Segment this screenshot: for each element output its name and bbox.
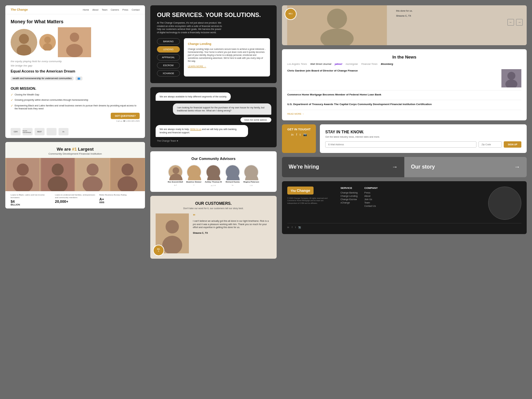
- news-text-2: Commerce Home Mortgage Becomes Member of…: [287, 93, 521, 97]
- footer-link-press[interactable]: Press: [364, 192, 378, 194]
- mock-nav: The Change Home About Team Careers Press…: [5, 5, 145, 14]
- customer-content: NO.1 " I can't believe we actually got t…: [156, 213, 271, 253]
- chat-signature: The Change Team ♥: [156, 140, 178, 142]
- largest-section: We are #1 Largest Community Development …: [5, 142, 145, 208]
- svg-point-14: [87, 164, 99, 176]
- sign-up-button[interactable]: SIGN UP: [504, 141, 521, 148]
- footer-logo-area: The Change © 2022 Change Company. All ri…: [287, 187, 334, 220]
- badge-best: BEST: [35, 128, 45, 135]
- svg-point-0: [19, 34, 29, 44]
- customer-medal: NO.1: [153, 245, 164, 256]
- footer-link-contact[interactable]: Contact Us: [364, 205, 378, 207]
- largest-title: We are #1 Largest: [11, 147, 140, 152]
- middle-column: OUR SERVICES. YOUR SOLUTIONS. At The Cha…: [150, 5, 277, 259]
- got-questions-button[interactable]: GOT QUESTIONS?: [111, 113, 140, 119]
- main-container: The Change Home About Team Careers Press…: [0, 0, 532, 264]
- hero-badge1: wealth and homeownership for underserved…: [11, 76, 73, 80]
- chat-response: We are always ready to help. Write to us…: [156, 125, 248, 137]
- escrow-button[interactable]: ESCROW: [157, 62, 180, 68]
- footer-social-fb[interactable]: f: [292, 226, 292, 229]
- social-linkedin-icon[interactable]: in: [291, 133, 294, 136]
- advisor-social-1: in f: [174, 184, 177, 186]
- largest-subtitle: Community Development Financial Institut…: [11, 152, 140, 155]
- advisor-beatrice: Beatrice Stotzer f: [186, 165, 201, 187]
- advisor-name-4: Richard Kamia: [226, 181, 240, 183]
- advisor-everett: Rev Everett Bell in f: [168, 165, 183, 187]
- nav-home[interactable]: Home: [83, 9, 89, 11]
- email-input[interactable]: [325, 141, 476, 148]
- lending-button[interactable]: LENDING: [157, 46, 180, 53]
- svg-point-30: [166, 220, 179, 233]
- footer-service-title: SERVICE: [340, 187, 358, 190]
- svg-point-17: [122, 164, 134, 176]
- footer-link-xchange[interactable]: xChange: [340, 201, 358, 204]
- xchange-button[interactable]: XCHANGE: [157, 70, 180, 76]
- hiring-story-row: We're hiring → Our story →: [282, 157, 527, 177]
- stat-loans-black: Loans to Black, Latinx and low income bo…: [11, 194, 51, 205]
- footer-link-banking[interactable]: Change Banking: [340, 192, 358, 194]
- advisors-title: Our Community Advisors: [156, 157, 271, 161]
- nav-team[interactable]: Team: [102, 9, 107, 11]
- hiring-box[interactable]: We're hiring →: [282, 157, 404, 177]
- advisor-social-3: in f ☀: [211, 184, 216, 187]
- chat-section: We are always available to help differen…: [150, 87, 277, 147]
- our-story-label: Our story: [411, 164, 435, 170]
- svg-point-5: [70, 33, 79, 42]
- our-story-box[interactable]: Our story →: [404, 157, 527, 177]
- svg-point-36: [507, 72, 515, 80]
- prev-arrow[interactable]: ←: [507, 19, 514, 26]
- news-section: In the News Los Angeles Times Wall Stree…: [282, 49, 527, 120]
- nav-about[interactable]: About: [92, 9, 98, 11]
- advisor-social-5: f ☀: [250, 184, 253, 187]
- news-logo-yahoo: yahoo!: [335, 63, 342, 65]
- mock-mission: OUR MISSION. ✓ Closing the Wealth Gap ✓ …: [5, 83, 145, 126]
- svg-point-20: [173, 167, 179, 174]
- svg-point-26: [230, 167, 236, 174]
- svg-point-2: [44, 37, 51, 43]
- testimonial-section: NO.1 this done for us. Shauna C, TX ← →: [282, 5, 527, 45]
- svg-point-24: [210, 167, 217, 174]
- lending-text: Change Lending helps our customers secur…: [188, 48, 266, 63]
- social-twitter-icon[interactable]: t: [300, 133, 301, 136]
- zip-input[interactable]: [478, 141, 502, 148]
- services-buttons: BANKING LENDING APPRAISAL ESCROW XCHANGE: [157, 38, 180, 76]
- advisor-name-1: Rev Everett Bell: [168, 181, 183, 183]
- footer-link-joinus[interactable]: Join Us: [364, 198, 378, 200]
- banking-button[interactable]: BANKING: [157, 38, 180, 45]
- website-mockup: The Change Home About Team Careers Press…: [5, 5, 145, 138]
- appraisal-button[interactable]: APPRAISAL: [157, 54, 180, 61]
- footer-link-about[interactable]: About: [364, 195, 378, 197]
- read-more-link[interactable]: READ MORE →: [287, 113, 521, 115]
- hero-circle-img: [11, 29, 37, 56]
- chat-bubble-user: I am looking for financial support for t…: [173, 103, 271, 115]
- footer-social-tw[interactable]: t: [295, 226, 296, 229]
- nav-arrows: ← →: [396, 19, 523, 26]
- footer-social-ig[interactable]: 📷: [298, 226, 301, 229]
- left-column: The Change Home About Team Careers Press…: [5, 5, 145, 259]
- footer-social-in[interactable]: in: [287, 226, 289, 229]
- nav-press[interactable]: Press: [122, 9, 128, 11]
- person-photo-4: [110, 158, 145, 191]
- news-logos: Los Angeles Times Wall Street Journal ya…: [287, 63, 521, 65]
- person-photo-2: [40, 158, 75, 191]
- footer-link-team[interactable]: Team: [364, 201, 378, 204]
- nav-careers[interactable]: Careers: [111, 9, 119, 11]
- nav-contact[interactable]: Contact: [132, 9, 140, 11]
- lending-learn-more[interactable]: LEARN MORE →: [188, 65, 266, 67]
- write-to-us-link[interactable]: Write to us: [190, 128, 201, 130]
- badge-bbb: A+: [59, 128, 68, 135]
- advisor-regina: Regina Peterson f ☀: [243, 165, 259, 187]
- person-photo-3: [75, 158, 110, 191]
- give-advice-button[interactable]: Give me some advice.: [240, 117, 271, 122]
- largest-stats: Loans to Black, Latinx and low income bo…: [5, 191, 145, 208]
- touch-know-row: GET IN TOUGHT in f t 📷 STAY IN THE KNOW.…: [282, 124, 527, 153]
- footer-company-col: COMPANY Press About Join Us Team Contact…: [364, 187, 378, 220]
- news-headline-2: Commerce Home Mortgage Becomes Member of…: [287, 93, 521, 96]
- next-arrow[interactable]: →: [516, 19, 523, 26]
- footer-link-escrow[interactable]: Change Escrow: [340, 198, 358, 200]
- footer-link-lending[interactable]: Change Lending: [340, 195, 358, 197]
- badge-cdfi: CDFI: [11, 128, 21, 135]
- social-instagram-icon[interactable]: 📷: [303, 133, 307, 136]
- news-text-1: Chris Gardner join Board of Director of …: [287, 69, 498, 73]
- social-facebook-icon[interactable]: f: [296, 133, 297, 136]
